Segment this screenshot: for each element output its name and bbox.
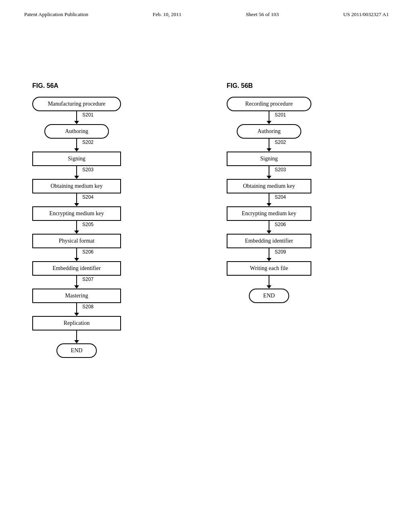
label-s201b: S201 — [275, 112, 286, 118]
node-manufacturing-procedure: Manufacturing procedure — [32, 97, 121, 111]
diagram-fig-56b: FIG. 56B Recording procedure S201 Author… — [227, 82, 389, 358]
arrow-s208a: S208 — [32, 303, 121, 316]
arrow-s206b: S206 — [227, 221, 311, 234]
arrow-s203a: S203 — [32, 166, 121, 179]
arrow-s209b: S209 — [227, 248, 311, 261]
node-replication-a: Replication — [32, 316, 121, 330]
arrow-end-b — [227, 276, 311, 289]
header-sheet: Sheet 56 of 103 — [246, 11, 279, 18]
arrow-s201b: S201 — [227, 111, 311, 124]
arrow-s207a: S207 — [32, 276, 121, 289]
node-authoring-a: Authoring — [44, 124, 109, 139]
label-s202a: S202 — [82, 139, 94, 145]
label-s204a: S204 — [82, 194, 94, 200]
arrow-s204b: S204 — [227, 193, 311, 206]
header-left: Patent Application Publication — [24, 11, 88, 18]
node-embedding-identifier-b: Embedding identifier — [227, 234, 311, 248]
arrow-s206a: S206 — [32, 248, 121, 261]
label-s203b: S203 — [275, 167, 286, 172]
arrow-end-a — [32, 330, 121, 343]
node-signing-b: Signing — [227, 152, 311, 166]
node-recording-procedure: Recording procedure — [227, 97, 311, 111]
arrow-s205a: S205 — [32, 221, 121, 234]
node-end-a: END — [56, 343, 97, 358]
fig-56a-label: FIG. 56A — [32, 82, 58, 89]
node-encrypting-medium-key-b: Encrypting medium key — [227, 206, 311, 221]
label-s203a: S203 — [82, 167, 94, 172]
node-end-b: END — [249, 289, 289, 303]
page-header: Patent Application Publication Feb. 10, … — [0, 0, 413, 18]
label-s206a: S206 — [82, 249, 94, 255]
header-date: Feb. 10, 2011 — [153, 11, 181, 18]
label-s208a: S208 — [82, 304, 94, 310]
node-authoring-b: Authoring — [237, 124, 301, 139]
node-writing-each-file: Writing each file — [227, 261, 311, 276]
node-mastering-a: Mastering — [32, 289, 121, 303]
label-s205a: S205 — [82, 222, 94, 227]
arrow-s203b: S203 — [227, 166, 311, 179]
node-physical-format-a: Physical format — [32, 234, 121, 248]
arrow-s202b: S202 — [227, 139, 311, 152]
label-s206b: S206 — [275, 222, 286, 227]
arrow-s201a: S201 — [32, 111, 121, 124]
diagram-fig-56a: FIG. 56A Manufacturing procedure S201 Au… — [32, 82, 194, 358]
flowchart-56b: Recording procedure S201 Authoring S202 … — [227, 97, 311, 303]
node-obtaining-medium-key-a: Obtaining medium key — [32, 179, 121, 193]
node-signing-a: Signing — [32, 152, 121, 166]
node-obtaining-medium-key-b: Obtaining medium key — [227, 179, 311, 193]
node-embedding-identifier-a: Embedding identifier — [32, 261, 121, 276]
diagrams-area: FIG. 56A Manufacturing procedure S201 Au… — [0, 58, 413, 358]
label-s202b: S202 — [275, 139, 286, 145]
label-s209b: S209 — [275, 249, 286, 255]
label-s207a: S207 — [82, 276, 94, 282]
fig-56b-label: FIG. 56B — [227, 82, 253, 89]
header-patent: US 2011/0032327 A1 — [343, 11, 389, 18]
label-s204b: S204 — [275, 194, 286, 200]
arrow-s202a: S202 — [32, 139, 121, 152]
label-s201a: S201 — [82, 112, 94, 118]
arrow-s204a: S204 — [32, 193, 121, 206]
flowchart-56a: Manufacturing procedure S201 Authoring S… — [32, 97, 121, 358]
node-encrypting-medium-key-a: Encrypting medium key — [32, 206, 121, 221]
